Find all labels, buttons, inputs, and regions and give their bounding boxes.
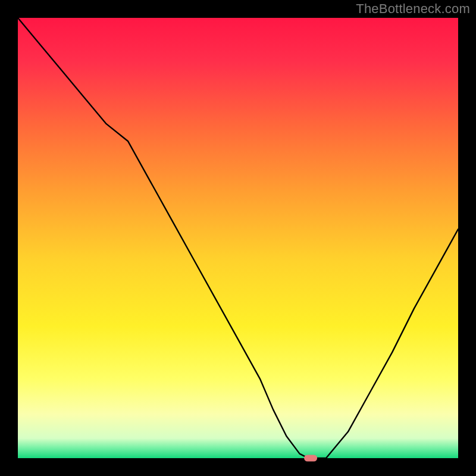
watermark-text: TheBottleneck.com <box>356 1 470 17</box>
plot-background <box>18 18 458 458</box>
chart-svg <box>0 0 476 476</box>
optimal-marker <box>304 455 317 462</box>
chart-frame: { "watermark": "TheBottleneck.com", "cha… <box>0 0 476 476</box>
